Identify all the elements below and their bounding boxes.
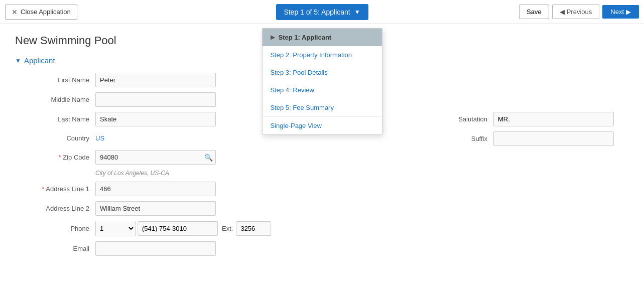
phone-country-select[interactable]: 1 <box>95 221 136 236</box>
prev-label: Previous <box>567 8 592 16</box>
address1-input[interactable] <box>95 182 216 196</box>
country-value: US <box>95 131 104 145</box>
zip-hint-text: City of Los Angeles, US-CA <box>95 170 169 177</box>
next-button[interactable]: Next ▶ <box>602 5 639 19</box>
salutation-input[interactable] <box>493 112 614 126</box>
email-label: Email <box>15 245 95 252</box>
chevron-down-icon: ▼ <box>354 9 360 16</box>
email-row: Email <box>15 241 629 256</box>
phone-label: Phone <box>15 225 95 232</box>
middle-name-input[interactable] <box>95 92 216 107</box>
top-bar: ✕ Close Application Step 1 of 5: Applica… <box>0 0 644 24</box>
step-dropdown-container: Step 1 of 5: Applicant ▼ ▶ Step 1: Appli… <box>276 4 368 20</box>
suffix-label: Suffix <box>443 135 493 142</box>
ext-label: Ext. <box>222 225 233 232</box>
save-button[interactable]: Save <box>519 5 549 19</box>
last-name-label: Last Name <box>15 115 95 123</box>
ext-input[interactable] <box>236 221 271 236</box>
section-title: Applicant <box>24 56 55 65</box>
previous-button[interactable]: ◀ Previous <box>552 5 600 19</box>
address1-label: Address Line 1 <box>15 185 95 193</box>
chevron-right-icon: ▶ <box>626 8 631 16</box>
suffix-input[interactable] <box>493 131 614 146</box>
right-fields: Salutation Suffix <box>443 112 614 151</box>
phone-number-input[interactable] <box>138 221 218 236</box>
zip-code-row: Zip Code 🔍 <box>15 150 629 165</box>
address1-row: Address Line 1 <box>15 182 629 196</box>
address2-row: Address Line 2 <box>15 201 629 216</box>
search-icon[interactable]: 🔍 <box>204 154 213 162</box>
address2-input[interactable] <box>95 201 216 216</box>
country-label: Country <box>15 134 95 142</box>
zip-hint-row: City of Los Angeles, US-CA <box>15 170 629 177</box>
zip-code-label: Zip Code <box>15 154 95 161</box>
address2-label: Address Line 2 <box>15 205 95 212</box>
salutation-row: Salutation <box>443 112 614 126</box>
applicant-section-header: ▼ Applicant <box>15 56 629 65</box>
zip-code-input[interactable] <box>95 150 216 165</box>
salutation-label: Salutation <box>443 115 493 123</box>
first-name-row: First Name <box>15 73 629 87</box>
step-dropdown-button[interactable]: Step 1 of 5: Applicant ▼ <box>276 4 368 20</box>
last-name-input[interactable] <box>95 112 216 126</box>
zip-code-wrapper: 🔍 <box>95 150 216 165</box>
step-label: Step 1 of 5: Applicant <box>284 8 350 16</box>
middle-name-row: Middle Name <box>15 92 629 107</box>
first-name-label: First Name <box>15 76 95 84</box>
suffix-row: Suffix <box>443 131 614 146</box>
save-label: Save <box>527 8 542 16</box>
main-content: New Swimming Pool ▼ Applicant First Name… <box>0 24 644 271</box>
section-collapse-icon[interactable]: ▼ <box>15 57 21 64</box>
chevron-left-icon: ◀ <box>560 8 565 16</box>
close-label: Close Application <box>21 8 71 16</box>
page-title: New Swimming Pool <box>15 34 629 47</box>
first-name-input[interactable] <box>95 73 216 87</box>
middle-name-label: Middle Name <box>15 96 95 103</box>
close-application-button[interactable]: ✕ Close Application <box>5 5 77 20</box>
email-input[interactable] <box>95 241 216 256</box>
close-icon: ✕ <box>12 8 18 16</box>
phone-row: Phone 1 Ext. <box>15 221 629 236</box>
next-label: Next <box>610 8 624 16</box>
top-right-actions: Save ◀ Previous Next ▶ <box>519 5 639 19</box>
